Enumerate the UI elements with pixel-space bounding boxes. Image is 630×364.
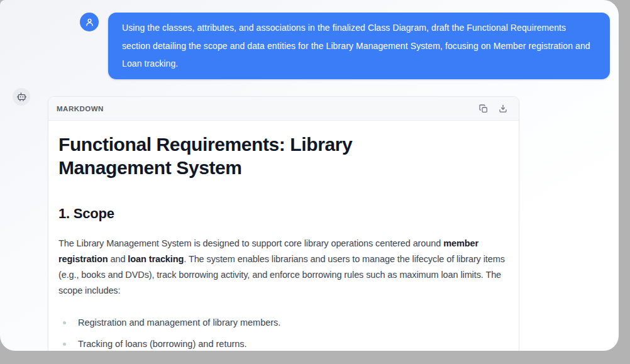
card-actions (478, 103, 509, 114)
user-message-text: Using the classes, attributes, and assoc… (122, 19, 596, 73)
list-item-text: Registration and management of library m… (78, 317, 280, 328)
list-item-text: Tracking of loans (borrowing) and return… (78, 339, 247, 349)
document-title-line1: Functional Requirements: Library (58, 133, 509, 156)
copy-icon (478, 104, 489, 114)
markdown-card: MARKDOWN (48, 96, 519, 351)
person-icon (84, 17, 95, 28)
paragraph-text: The Library Management System is designe… (58, 238, 443, 248)
scope-paragraph: The Library Management System is designe… (58, 236, 509, 299)
list-item: Registration and management of library m… (58, 315, 509, 331)
robot-icon (16, 92, 27, 102)
bullet-icon (63, 321, 66, 324)
markdown-content: Functional Requirements: Library Managem… (48, 121, 519, 351)
assistant-avatar (13, 88, 30, 106)
bold-loan-tracking: loan tracking (128, 254, 184, 264)
user-message-bubble: Using the classes, attributes, and assoc… (108, 13, 610, 79)
bullet-icon (63, 343, 66, 346)
user-avatar (80, 13, 99, 31)
paragraph-text: and (108, 254, 128, 264)
copy-button[interactable] (478, 103, 489, 114)
download-icon (498, 104, 508, 114)
document-title: Functional Requirements: Library Managem… (58, 133, 509, 179)
markdown-label: MARKDOWN (57, 105, 104, 113)
markdown-card-header: MARKDOWN (48, 97, 519, 121)
scope-list: Registration and management of library m… (58, 315, 509, 351)
document-title-line2: Management System (58, 156, 509, 179)
download-button[interactable] (497, 103, 509, 114)
chat-panel: Using the classes, attributes, and assoc… (0, 0, 619, 351)
list-item: Tracking of loans (borrowing) and return… (58, 336, 509, 351)
section-heading-scope: 1. Scope (58, 206, 509, 222)
